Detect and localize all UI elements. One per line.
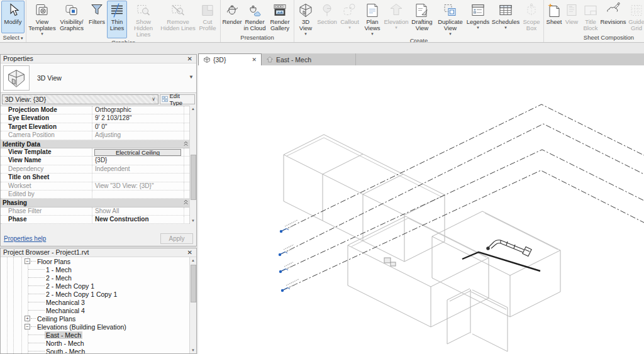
ribbon-panel-footer[interactable]: Presentation — [221, 33, 294, 42]
property-value-edited-by[interactable] — [92, 191, 184, 198]
tree-item-ceiling-plans[interactable]: +Ceiling Plans — [1, 314, 191, 323]
tab-close-icon[interactable]: ✕ — [252, 57, 257, 63]
ribbon-button-label: Sheet — [547, 19, 562, 25]
property-section-phasing[interactable]: Phasing — [1, 199, 191, 207]
collapse-box-icon[interactable]: − — [25, 258, 30, 264]
properties-scrollbar[interactable]: ▲ ▼ — [189, 106, 196, 224]
ribbon-button-modify[interactable]: Modify — [1, 1, 25, 33]
ribbon-button-render[interactable]: Render — [222, 1, 242, 33]
view-tab-label: {3D} — [213, 56, 226, 64]
edit-type-button[interactable]: Edit Type — [160, 94, 195, 104]
new-sheet-icon — [546, 2, 562, 19]
dropdown-caret-icon: ▾ — [304, 31, 307, 36]
ribbon-button-plan-views[interactable]: Plan Views▾ — [361, 1, 384, 36]
ribbon-button-label: Remove Hidden Lines — [160, 19, 196, 31]
ribbon-button-label: Section — [317, 19, 337, 25]
tree-item-1-mech[interactable]: 1 - Mech — [1, 265, 191, 274]
ribbon-panel-footer[interactable]: Sheet Composition — [544, 33, 644, 42]
ribbon-button-schedules[interactable]: Schedules▾ — [491, 1, 521, 36]
tree-item-floor-plans[interactable]: −Floor Plans — [1, 257, 191, 265]
tree-item-elevations-building-elevation[interactable]: −Elevations (Building Elevation) — [1, 323, 191, 331]
ribbon-button-render-in-cloud[interactable]: Render in Cloud — [242, 1, 267, 33]
ribbon-button-callout: Callout▾ — [338, 1, 361, 36]
cursor-icon — [5, 2, 21, 19]
building-wireframe — [284, 135, 560, 351]
close-icon[interactable]: ✕ — [186, 249, 194, 256]
level-marker[interactable] — [280, 220, 297, 233]
ribbon-panel-footer[interactable]: Graphics⌟ — [26, 38, 220, 43]
level-marker[interactable] — [279, 245, 294, 256]
property-row-eye-elevation: Eye Elevation9' 2 103/128" — [1, 114, 191, 123]
browser-scrollbar[interactable]: ▲ ▼ — [189, 257, 196, 353]
panel-expander-icon[interactable]: ⌟ — [216, 38, 218, 43]
view-template-button[interactable]: Electrical Ceiling — [94, 149, 181, 156]
level-marker[interactable] — [281, 279, 299, 292]
properties-title-bar: Properties ✕ — [1, 55, 196, 64]
collapse-box-icon[interactable]: − — [25, 324, 30, 329]
ribbon-button-drafting-view[interactable]: Drafting View — [409, 1, 435, 36]
type-selector[interactable]: 3D View ▼ — [1, 64, 196, 93]
ribbon-button-visibility-graphics[interactable]: Visibility/ Graphics — [57, 1, 87, 38]
level-marker[interactable] — [279, 262, 293, 273]
ribbon-button-render-gallery[interactable]: Render Gallery — [267, 1, 292, 33]
duct-element[interactable] — [487, 240, 531, 257]
ribbon-button-label: Elevation — [384, 19, 408, 25]
scroll-down-icon[interactable]: ▼ — [190, 347, 196, 353]
instance-selector-row: 3D View: {3D} ∨ Edit Type — [1, 93, 196, 105]
property-row-title-on-sheet: Title on Sheet — [1, 174, 191, 182]
instance-selector[interactable]: 3D View: {3D} ∨ — [2, 94, 158, 104]
ribbon-button-revisions[interactable]: Revisions — [601, 1, 626, 33]
ribbon-button-duplicate-view[interactable]: Duplicate View▾ — [435, 1, 465, 36]
ribbon-panel-footer[interactable]: Create — [294, 36, 543, 43]
dropdown-caret-icon: ▾ — [395, 25, 397, 30]
property-value-workset[interactable]: View "3D View: {3D}" — [92, 182, 184, 190]
scroll-down-icon[interactable]: ▼ — [190, 218, 196, 224]
properties-help-link[interactable]: Properties help — [4, 235, 160, 242]
property-value-camera-position[interactable]: Adjusting — [92, 131, 184, 139]
tree-item-east-mech[interactable]: East - Mech — [1, 331, 191, 339]
level-markers[interactable] — [279, 220, 299, 292]
property-value-phase-filter[interactable]: Show All — [92, 207, 184, 215]
view-tab-3d[interactable]: {3D}✕ — [198, 53, 262, 65]
ribbon-panel-footer: Select ▾ — [0, 33, 26, 42]
property-value-dependency[interactable]: Independent — [92, 165, 184, 173]
tree-item-2-mech-copy-1[interactable]: 2 - Mech Copy 1 — [1, 282, 191, 290]
scrollbar-thumb[interactable] — [191, 155, 196, 200]
property-value-view-name[interactable]: {3D} — [92, 157, 184, 164]
duplicate-view-icon — [442, 2, 458, 19]
ribbon-panel-sheet-composition: SheetViewTitle BlockRevisionsGuide GridM… — [544, 0, 644, 42]
expand-box-icon[interactable]: + — [25, 316, 30, 321]
close-icon[interactable]: ✕ — [186, 55, 194, 62]
plumbing-fixture[interactable] — [384, 258, 396, 266]
scroll-up-icon[interactable]: ▲ — [190, 106, 196, 112]
chevron-down-icon[interactable]: ▼ — [189, 74, 194, 80]
scrollbar-thumb[interactable] — [191, 265, 196, 302]
ribbon-button-sheet[interactable]: Sheet — [545, 1, 563, 33]
property-section-identity-data[interactable]: Identity Data — [1, 140, 191, 148]
scroll-up-icon[interactable]: ▲ — [190, 257, 196, 263]
ribbon-button-3d-view[interactable]: 3D View▾ — [296, 1, 316, 36]
tree-item-label: 1 - Mech — [45, 266, 73, 274]
tree-item-2-mech[interactable]: 2 - Mech — [1, 274, 191, 282]
property-value-target-elevation[interactable]: 0' 0" — [92, 123, 184, 131]
tree-item-mechanical-4[interactable]: Mechanical 4 — [1, 306, 191, 314]
ribbon-button-label: Render Gallery — [268, 19, 292, 31]
property-value-phase[interactable]: New Construction — [92, 216, 184, 223]
ribbon-button-thin-lines[interactable]: Thin Lines — [107, 1, 127, 38]
tree-item-mechanical-3[interactable]: Mechanical 3 — [1, 298, 191, 306]
ribbon-button-label: Render — [222, 19, 242, 25]
property-value-eye-elevation[interactable]: 9' 2 103/128" — [92, 114, 184, 122]
property-value-projection-mode[interactable]: Orthographic — [92, 106, 184, 114]
ribbon-button-filters[interactable]: Filters — [87, 1, 107, 38]
property-row-camera-position: Camera PositionAdjusting — [1, 131, 191, 140]
tree-item-north-mech[interactable]: North - Mech — [1, 339, 191, 347]
ribbon-button-view-templates[interactable]: View Templates▾ — [28, 1, 57, 38]
ribbon-button-legends[interactable]: Legends▾ — [465, 1, 491, 36]
property-row-view-template: View TemplateElectrical Ceiling — [1, 148, 191, 157]
legends-icon — [470, 2, 486, 19]
property-value-title-on-sheet[interactable] — [92, 174, 184, 181]
view-tab-east-mech[interactable]: East - Mech — [262, 53, 356, 65]
drawing-canvas[interactable] — [198, 65, 644, 354]
tree-item-south-mech[interactable]: South - Mech — [1, 347, 191, 353]
tree-item-2-mech-copy-1-copy-1[interactable]: 2 - Mech Copy 1 Copy 1 — [1, 290, 191, 298]
